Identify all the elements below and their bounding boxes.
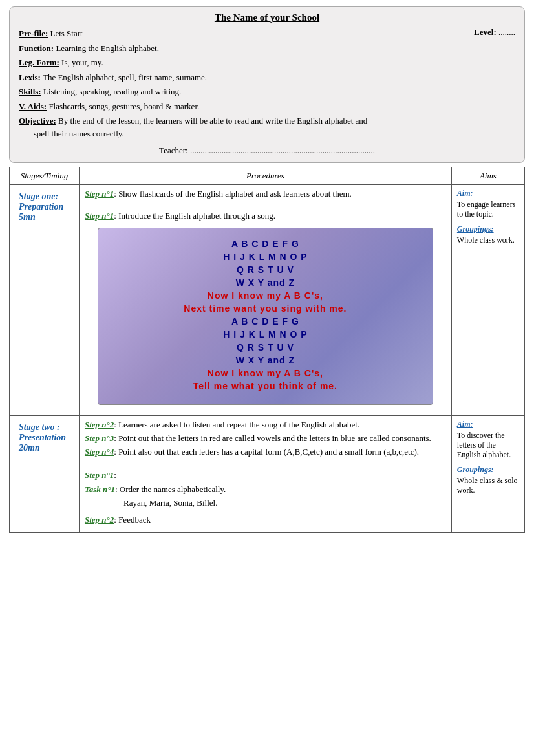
step4-text: : Point also out that each letters has a… <box>114 447 419 457</box>
function-line: Function: Learning the English alphabet. <box>19 42 461 55</box>
v-aids-line: V. Aids: Flashcards, songs, gestures, bo… <box>19 100 461 113</box>
school-title: The Name of your School <box>19 12 515 23</box>
procedures-stage-one-cell: Step n°1: Show flashcards of the English… <box>79 185 451 416</box>
header-left: Pre-file: Lets Start Function: Learning … <box>19 27 461 142</box>
col2-header: Procedures <box>79 167 451 185</box>
task1-line: Task n°1: Order the names alphabetically… <box>85 484 446 495</box>
skills-value: Listening, speaking, reading and writing… <box>43 87 181 96</box>
step1a-text: : Show flashcards of the English alphabe… <box>114 189 352 199</box>
lexis-label: Lexis: <box>19 72 41 82</box>
leg-form-value: Is, your, my. <box>61 58 103 67</box>
teacher-value: ........................................… <box>190 146 375 155</box>
step2-text: : Learners are asked to listen and repea… <box>114 420 359 429</box>
stage-one-row: Stage one: Preparation 5mn Step n°1: Sho… <box>10 185 525 416</box>
step1b-line: Step n°1: Introduce the English alphabet… <box>85 211 446 221</box>
stage-one-cell: Stage one: Preparation 5mn <box>10 185 80 416</box>
aim-title-1: Aim: <box>457 189 519 199</box>
procedures-stage-two-cell: Step n°2: Learners are asked to listen a… <box>79 416 451 533</box>
skills-label: Skills: <box>19 87 41 96</box>
v-aids-label: V. Aids: <box>19 102 47 111</box>
song-line11: Now I know my A B C's, <box>111 368 420 378</box>
song-line2: H I J K L M N O P <box>111 252 420 262</box>
groupings-title-1: Groupings: <box>457 224 519 234</box>
page: The Name of your School Pre-file: Lets S… <box>0 0 534 539</box>
header-right: Level: ........ <box>461 27 515 38</box>
song-line6: Next time want you sing with me. <box>111 303 420 314</box>
step1c-line: Step n°1: <box>85 470 446 481</box>
step1b-label: Step n°1 <box>85 211 114 221</box>
task1-text: : Order the names alphabetically. <box>115 484 226 494</box>
objective-value: By the end of the lesson, the learners w… <box>19 116 367 138</box>
objective-label: Objective: <box>19 116 56 125</box>
step2b-label: Step n°2 <box>85 515 114 524</box>
stage-one-label: Stage one: Preparation 5mn <box>15 189 74 225</box>
groupings-title-2: Groupings: <box>457 465 519 475</box>
song-line12: Tell me what you think of me. <box>111 381 420 391</box>
step1c-text: : <box>114 470 116 480</box>
groupings-text-2: Whole class & solo work. <box>457 476 519 495</box>
lexis-line: Lexis: The English alphabet, spell, firs… <box>19 71 461 84</box>
names-line: Rayan, Maria, Sonia, Billel. <box>85 498 446 508</box>
step1c-label: Step n°1 <box>85 470 114 480</box>
header-section: The Name of your School Pre-file: Lets S… <box>9 6 525 163</box>
step2b-line: Step n°2: Feedback <box>85 515 446 525</box>
song-line5: Now I know my A B C's, <box>111 290 420 301</box>
song-line7: A B C D E F G <box>111 316 420 327</box>
step4-line: Step n°4: Point also out that each lette… <box>85 447 446 457</box>
song-line4: W X Y and Z <box>111 277 420 288</box>
lexis-value: The English alphabet, spell, first name,… <box>43 72 207 82</box>
v-aids-value: Flashcards, songs, gestures, board & mar… <box>48 102 199 111</box>
step3-label: Step n°3 <box>85 433 114 443</box>
groupings-text-1: Whole class work. <box>457 235 519 245</box>
col1-header: Stages/Timing <box>10 167 80 185</box>
song-line1: A B C D E F G <box>111 239 420 249</box>
stage-two-cell: Stage two : Presentation 20mn <box>10 416 80 533</box>
step2-label: Step n°2 <box>85 420 114 429</box>
step3-text: : Point out that the letters in red are … <box>114 433 431 443</box>
aim-title-2: Aim: <box>457 420 519 429</box>
pre-file-value: Lets Start <box>50 28 82 38</box>
aims-stage-two-cell: Aim: To discover the letters of the Engl… <box>451 416 524 533</box>
pre-file-line: Pre-file: Lets Start <box>19 27 461 40</box>
step2b-text: : Feedback <box>114 515 151 524</box>
step4-label: Step n°4 <box>85 447 114 457</box>
aim-text-1: To engage learners to the topic. <box>457 200 519 219</box>
aim-text-2: To discover the letters of the English a… <box>457 431 519 460</box>
aims-stage-one-cell: Aim: To engage learners to the topic. Gr… <box>451 185 524 416</box>
leg-form-label: Leg. Form: <box>19 58 59 67</box>
step1a-line: Step n°1: Show flashcards of the English… <box>85 189 446 199</box>
stage-two-row: Stage two : Presentation 20mn Step n°2: … <box>10 416 525 533</box>
step3-line: Step n°3: Point out that the letters in … <box>85 433 446 444</box>
skills-line: Skills: Listening, speaking, reading and… <box>19 85 461 98</box>
step1b-text: : Introduce the English alphabet through… <box>114 211 275 221</box>
teacher-label: Teacher: <box>159 146 188 155</box>
level-value: ........ <box>498 27 515 37</box>
main-table: Stages/Timing Procedures Aims Stage one:… <box>9 167 525 533</box>
function-value: Learning the English alphabet. <box>56 43 159 53</box>
pre-file-label: Pre-file: <box>19 28 48 38</box>
step1a-label: Step n°1 <box>85 189 114 199</box>
song-line8: H I J K L M N O P <box>111 329 420 340</box>
leg-form-line: Leg. Form: Is, your, my. <box>19 56 461 69</box>
song-line9: Q R S T U V <box>111 342 420 352</box>
song-box: A B C D E F G H I J K L M N O P Q R S T … <box>98 228 433 405</box>
step2-line: Step n°2: Learners are asked to listen a… <box>85 420 446 430</box>
col3-header: Aims <box>451 167 524 185</box>
teacher-line: Teacher: ...............................… <box>19 146 515 156</box>
function-label: Function: <box>19 43 54 53</box>
song-line3: Q R S T U V <box>111 265 420 275</box>
song-line10: W X Y and Z <box>111 355 420 365</box>
stage-two-label: Stage two : Presentation 20mn <box>15 420 74 456</box>
objective-line: Objective: By the end of the lesson, the… <box>19 114 461 140</box>
level-label: Level: <box>474 27 497 37</box>
task1-label: Task n°1 <box>85 484 115 494</box>
